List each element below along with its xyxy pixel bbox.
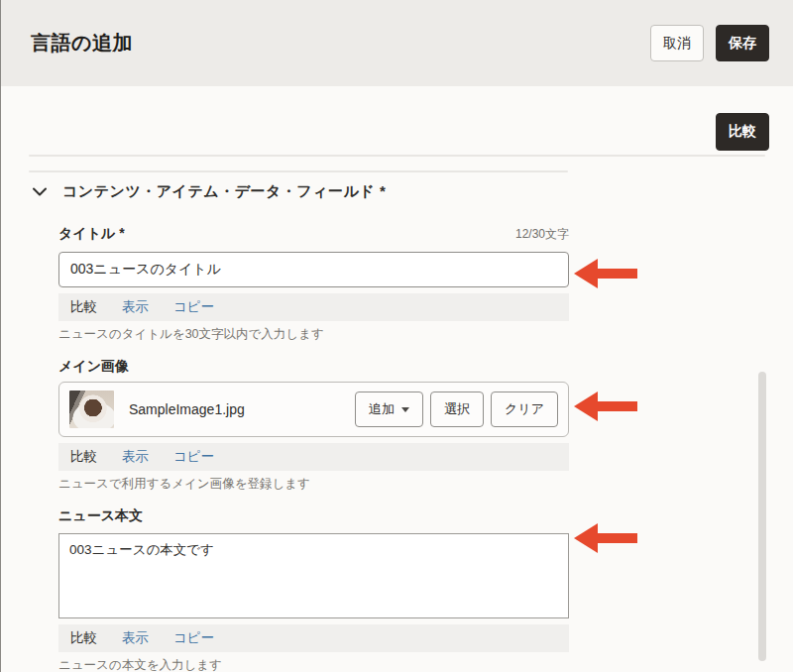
vertical-scrollbar[interactable]: [758, 372, 766, 661]
news-body-copy-action[interactable]: コピー: [173, 629, 214, 647]
dropdown-caret-icon: [401, 407, 409, 412]
form-content: 比較 コンテンツ・アイテム・データ・フィールド * タイトル * 12/30文字…: [1, 86, 793, 672]
compare-toolbar: 比較: [1, 86, 793, 151]
news-body-action-bar: 比較 表示 コピー: [58, 624, 569, 652]
arrow-head: [574, 259, 598, 288]
field-news-body: ニュース本文 003ニュースの本文です 比較 表示 コピー ニュースの本文を入力…: [58, 507, 569, 672]
main-image-help-text: ニュースで利用するメイン画像を登録します: [58, 476, 569, 493]
page-title: 言語の追加: [31, 30, 133, 56]
arrow-head: [574, 392, 598, 421]
annotation-arrow-news-body: [574, 523, 637, 553]
main-image-action-bar: 比較 表示 コピー: [58, 443, 569, 471]
divider: [29, 170, 568, 172]
divider: [29, 155, 765, 157]
section-header-content-item-data-fields[interactable]: コンテンツ・アイテム・データ・フィールド *: [33, 182, 793, 201]
save-button[interactable]: 保存: [716, 25, 769, 61]
image-thumbnail: [69, 391, 114, 428]
compare-button[interactable]: 比較: [716, 113, 769, 151]
news-body-show-action[interactable]: 表示: [122, 629, 149, 647]
title-show-action[interactable]: 表示: [122, 298, 149, 316]
title-help-text: ニュースのタイトルを30文字以内で入力します: [58, 326, 569, 343]
main-image-box: SampleImage1.jpg 追加 選択 クリア: [58, 382, 569, 437]
news-body-help-text: ニュースの本文を入力します: [58, 657, 569, 672]
arrow-shaft: [596, 533, 637, 543]
select-button[interactable]: 選択: [430, 392, 484, 427]
annotation-arrow-title: [574, 259, 637, 288]
title-copy-action[interactable]: コピー: [173, 298, 214, 316]
annotation-arrow-main-image: [574, 392, 637, 421]
fields-column: タイトル * 12/30文字 比較 表示 コピー ニュースのタイトルを30文字以…: [58, 225, 569, 672]
main-image-compare-action[interactable]: 比較: [70, 448, 97, 466]
arrow-head: [574, 523, 598, 553]
add-button-label: 追加: [369, 400, 395, 418]
page-header: 言語の追加 取消 保存: [1, 0, 793, 86]
news-body-compare-action[interactable]: 比較: [70, 629, 97, 647]
title-label: タイトル *: [58, 225, 125, 243]
image-filename: SampleImage1.jpg: [129, 401, 355, 417]
chevron-down-icon: [33, 187, 47, 196]
main-image-show-action[interactable]: 表示: [122, 448, 149, 466]
title-action-bar: 比較 表示 コピー: [58, 293, 569, 321]
title-label-row: タイトル * 12/30文字: [58, 225, 569, 243]
title-compare-action[interactable]: 比較: [70, 298, 97, 316]
news-body-label: ニュース本文: [58, 507, 569, 525]
title-char-counter: 12/30文字: [515, 226, 569, 243]
field-title: タイトル * 12/30文字 比較 表示 コピー ニュースのタイトルを30文字以…: [58, 225, 569, 343]
header-actions: 取消 保存: [650, 25, 769, 61]
arrow-shaft: [596, 401, 637, 411]
news-body-textarea[interactable]: 003ニュースの本文です: [58, 533, 569, 618]
add-dropdown-button[interactable]: 追加: [355, 392, 423, 427]
title-input[interactable]: [58, 252, 569, 287]
main-image-copy-action[interactable]: コピー: [173, 448, 214, 466]
field-main-image: メイン画像 SampleImage1.jpg 追加 選択 クリア 比較 表示 コ…: [58, 358, 569, 493]
cancel-button[interactable]: 取消: [650, 25, 704, 61]
section-title: コンテンツ・アイテム・データ・フィールド *: [62, 182, 386, 201]
main-image-label: メイン画像: [58, 358, 569, 376]
arrow-shaft: [596, 269, 637, 279]
clear-button[interactable]: クリア: [491, 392, 558, 427]
image-buttons: 追加 選択 クリア: [355, 392, 558, 427]
